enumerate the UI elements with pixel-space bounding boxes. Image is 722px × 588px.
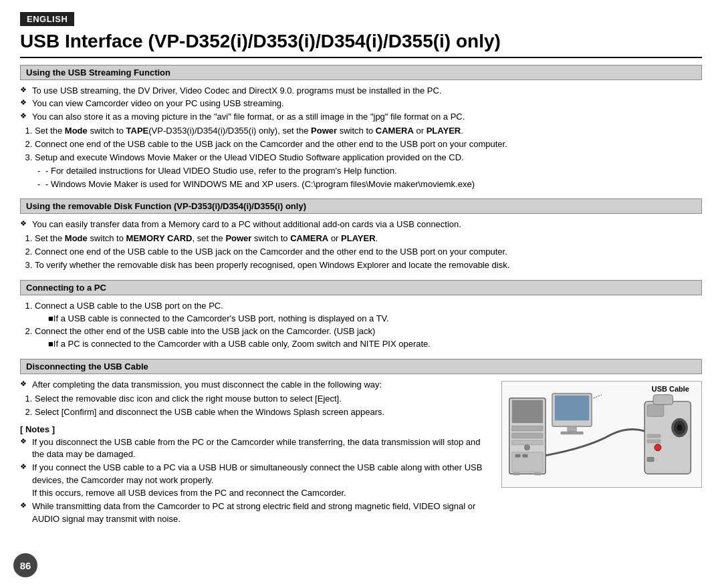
svg-rect-16 bbox=[647, 405, 664, 417]
connecting-pc-header: Connecting to a PC bbox=[20, 280, 702, 295]
list-item: Set the Mode switch to MEMORY CARD, set … bbox=[35, 233, 702, 245]
svg-rect-18 bbox=[647, 458, 654, 462]
notes-list: If you disconnect the USB cable from the… bbox=[20, 436, 495, 526]
svg-rect-8 bbox=[523, 454, 528, 458]
svg-rect-4 bbox=[512, 440, 543, 445]
usb-cable-label: USB Cable bbox=[652, 385, 689, 393]
svg-rect-7 bbox=[515, 454, 521, 458]
list-item: To use USB streaming, the DV Driver, Vid… bbox=[32, 85, 702, 98]
removable-disk-bullets: You can easily transfer data from a Memo… bbox=[20, 218, 702, 231]
list-item: Connect the other end of the USB cable i… bbox=[35, 325, 702, 351]
svg-point-5 bbox=[524, 445, 529, 450]
svg-rect-20 bbox=[647, 440, 660, 443]
svg-rect-2 bbox=[512, 426, 543, 431]
list-item: After completing the data transmission, … bbox=[32, 379, 495, 392]
list-item: Connect a USB cable to the USB port on t… bbox=[35, 300, 702, 325]
usb-streaming-bullets: To use USB streaming, the DV Driver, Vid… bbox=[20, 85, 702, 124]
usb-diagram: USB Cable bbox=[501, 381, 702, 488]
removable-disk-section: Using the removable Disk Function (VP-D3… bbox=[20, 192, 702, 271]
step2-note: ■If a PC is connected to the Camcorder w… bbox=[35, 338, 702, 351]
svg-rect-10 bbox=[534, 472, 541, 475]
english-badge: ENGLISH bbox=[0, 0, 722, 26]
removable-disk-header: Using the removable Disk Function (VP-D3… bbox=[20, 198, 702, 214]
svg-rect-21 bbox=[653, 395, 673, 405]
list-item: - Windows Movie Maker is used for WINDOW… bbox=[45, 178, 702, 191]
list-item: To verify whether the removable disk has… bbox=[35, 259, 702, 272]
notes-section: [ Notes ] If you disconnect the USB cabl… bbox=[20, 424, 495, 526]
usb-streaming-steps: Set the Mode switch to TAPE(VP-D353(i)/D… bbox=[20, 125, 702, 190]
step1-note: ■If a USB cable is connected to the Camc… bbox=[35, 313, 702, 325]
connecting-pc-section: Connecting to a PC Connect a USB cable t… bbox=[20, 273, 702, 351]
list-item: You can view Camcorder video on your PC … bbox=[32, 98, 702, 110]
page-number-badge: 86 bbox=[13, 553, 37, 577]
list-item: If you connect the USB cable to a PC via… bbox=[32, 462, 495, 500]
disconnecting-bullets: After completing the data transmission, … bbox=[20, 379, 495, 392]
page: ENGLISH USB Interface (VP-D352(i)/D353(i… bbox=[0, 0, 722, 588]
disconnecting-header: Disconnecting the USB Cable bbox=[20, 359, 702, 374]
svg-rect-24 bbox=[568, 426, 577, 432]
content-area: Using the USB Streaming Function To use … bbox=[0, 58, 722, 527]
svg-rect-3 bbox=[512, 433, 543, 438]
svg-rect-9 bbox=[513, 472, 520, 475]
usb-diagram-svg bbox=[502, 382, 701, 487]
usb-streaming-section: Using the USB Streaming Function To use … bbox=[20, 58, 702, 191]
list-item: - For detailed instructions for Ulead VI… bbox=[45, 165, 702, 178]
list-item: Connect one end of the USB cable to the … bbox=[35, 138, 702, 151]
list-item: You can also store it as a moving pictur… bbox=[32, 111, 702, 124]
bottom-section: After completing the data transmission, … bbox=[20, 378, 702, 527]
svg-rect-19 bbox=[647, 434, 660, 438]
svg-rect-25 bbox=[561, 432, 584, 434]
connecting-pc-steps: Connect a USB cable to the USB port on t… bbox=[20, 300, 702, 351]
disconnecting-section: Disconnecting the USB Cable After comple… bbox=[20, 352, 702, 527]
svg-rect-1 bbox=[512, 400, 543, 424]
svg-point-15 bbox=[677, 424, 683, 431]
list-item: Set the Mode switch to TAPE(VP-D353(i)/D… bbox=[35, 125, 702, 138]
removable-disk-steps: Set the Mode switch to MEMORY CARD, set … bbox=[20, 233, 702, 272]
sub-list: - For detailed instructions for Ulead VI… bbox=[35, 165, 702, 191]
svg-rect-23 bbox=[555, 396, 589, 421]
list-item: Connect one end of the USB cable to the … bbox=[35, 246, 702, 259]
svg-point-17 bbox=[654, 444, 661, 451]
list-item: Setup and execute Windows Movie Maker or… bbox=[35, 152, 702, 191]
list-item: You can easily transfer data from a Memo… bbox=[32, 218, 702, 231]
list-item: Select [Confirm] and disconnect the USB … bbox=[35, 406, 495, 419]
disconnecting-steps: Select the removable disc icon and click… bbox=[20, 393, 495, 419]
list-item: If you disconnect the USB cable from the… bbox=[32, 436, 495, 462]
list-item: Select the removable disc icon and click… bbox=[35, 393, 495, 406]
usb-streaming-header: Using the USB Streaming Function bbox=[20, 65, 702, 80]
disconnecting-text: After completing the data transmission, … bbox=[20, 378, 501, 527]
list-item: While transmitting data from the Camcord… bbox=[32, 500, 495, 526]
notes-header: [ Notes ] bbox=[20, 424, 495, 434]
main-title: USB Interface (VP-D352(i)/D353(i)/D354(i… bbox=[20, 30, 702, 58]
